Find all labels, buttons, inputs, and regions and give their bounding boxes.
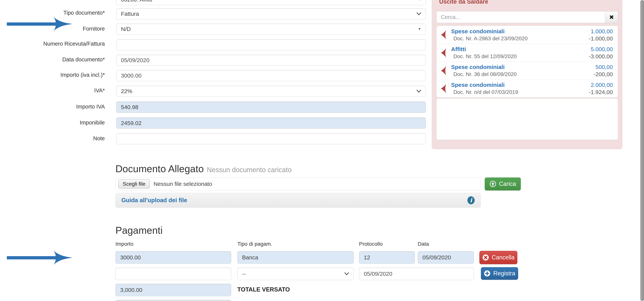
col-tipo-label: Tipo di pagam. <box>237 241 272 247</box>
info-icon[interactable]: i <box>467 196 475 204</box>
add-icon <box>484 270 490 277</box>
fornitore-value: N/D <box>121 26 131 32</box>
clear-search-icon: ✖ <box>609 14 614 21</box>
payments-header: Pagamenti <box>116 225 163 236</box>
pending-item-balance: -1.924,00 <box>589 89 613 95</box>
choose-file-button[interactable]: Scegli file <box>118 179 150 188</box>
data-documento-label: Data documento* <box>0 56 105 63</box>
importo-input[interactable] <box>116 70 426 81</box>
pending-item-link[interactable]: Spese condominiali <box>451 64 594 70</box>
note-label: Note <box>0 135 105 142</box>
pending-item-doc: Doc. Nr. 36 del 08/09/2020 <box>454 71 594 77</box>
pending-item-amount: 2.000,00 <box>589 82 613 88</box>
pending-item-balance: -200,00 <box>594 71 613 77</box>
importo-iva-value: 540.98 <box>121 104 138 110</box>
pending-item-link[interactable]: Affitti <box>451 46 589 53</box>
pending-item-arrow-icon <box>440 30 447 40</box>
tipo-documento-value: Fattura <box>121 11 139 17</box>
col-protocollo-label: Protocollo <box>359 241 383 247</box>
chevron-down-icon <box>416 90 421 93</box>
iva-value: 22% <box>121 88 132 94</box>
chevron-down-icon <box>344 272 349 275</box>
payment-data-readonly: 05/09/2020 <box>418 251 474 264</box>
totale-versato-label: TOTALE VERSATO <box>237 286 290 293</box>
annotation-arrow <box>7 16 73 32</box>
pending-item-amount: 5.000,00 <box>589 46 613 53</box>
payment-tipo-readonly: Banca <box>237 251 354 264</box>
list-item[interactable]: Spese condominiali Doc. Nr. A-2863 del 2… <box>437 26 618 44</box>
pending-item-doc: Doc. Nr. 55 del 12/09/2020 <box>454 53 589 60</box>
importo-iva-readonly: 540.98 <box>116 102 426 113</box>
pending-item-arrow-icon <box>440 66 447 76</box>
imponibile-value: 2459.02 <box>121 120 142 126</box>
clear-search-button[interactable]: ✖ <box>605 12 618 23</box>
new-payment-importo-input[interactable] <box>116 267 231 280</box>
expense-edit-page: 00200: Affitti ▼ Tipo documento* Fattura… <box>0 0 644 301</box>
categoria-select-value: 00200: Affitti <box>121 0 152 3</box>
attachment-subtitle: Nessun documento caricato <box>207 166 292 174</box>
pending-item-link[interactable]: Spese condominiali <box>451 28 589 35</box>
new-payment-tipo-select[interactable]: -- <box>237 267 354 280</box>
upload-guide-bar: Guida all'upload dei file i <box>116 193 481 208</box>
pending-item-arrow-icon <box>440 48 447 58</box>
categoria-select[interactable]: 00200: Affitti ▼ <box>116 0 426 5</box>
data-documento-input[interactable] <box>116 55 426 66</box>
cancella-button[interactable]: Cancella <box>480 251 517 264</box>
pending-item-arrow-icon <box>440 83 447 94</box>
upload-guide-link[interactable]: Guida all'upload dei file <box>121 197 187 204</box>
numero-input[interactable] <box>116 39 426 50</box>
imponibile-readonly: 2459.02 <box>116 117 426 129</box>
pending-item-balance: -3.000,00 <box>589 53 613 60</box>
upload-icon <box>490 180 496 187</box>
uscite-da-saldare-panel: Uscite da Saldare ✖ Spese condominiali D… <box>432 0 622 149</box>
payments-title: Pagamenti <box>116 225 163 236</box>
col-data-label: Data <box>418 241 429 247</box>
chevron-down-icon <box>416 12 421 16</box>
col-importo-label: Importo <box>116 241 134 247</box>
pending-item-link[interactable]: Spese condominiali <box>451 82 589 88</box>
pending-item-amount: 1.000,00 <box>589 28 613 35</box>
pending-item-doc: Doc. Nr. n/d del 07/03/2019 <box>454 89 589 95</box>
delete-icon <box>482 254 489 261</box>
pending-item-amount: 500,00 <box>594 64 613 70</box>
pending-item-balance: -1.000,00 <box>589 36 613 42</box>
list-item[interactable]: Spese condominiali Doc. Nr. 36 del 08/09… <box>437 62 618 79</box>
iva-select[interactable]: 22% <box>116 86 426 97</box>
totale-versato-readonly: 3,000.00 <box>116 284 231 296</box>
dropdown-caret-icon: ▼ <box>418 27 421 31</box>
list-item[interactable]: Affitti Doc. Nr. 55 del 12/09/2020 5.000… <box>437 44 618 62</box>
tipo-documento-label: Tipo documento* <box>0 10 105 16</box>
tipo-documento-select[interactable]: Fattura <box>116 8 426 19</box>
registra-button[interactable]: Registra <box>481 267 518 280</box>
annotation-arrow <box>7 250 73 265</box>
payment-importo-readonly: 3000.00 <box>116 251 231 264</box>
payment-protocollo-readonly: 12 <box>359 251 415 264</box>
importo-iva-label: Importo IVA <box>0 103 105 110</box>
file-upload-box: Scegli file Nessun file selezionato <box>116 177 481 190</box>
note-input[interactable] <box>116 133 426 144</box>
pending-list: Spese condominiali Doc. Nr. A-2863 del 2… <box>436 26 618 98</box>
imponibile-label: Imponibile <box>0 119 105 126</box>
pending-empty-card <box>436 98 618 140</box>
iva-label: IVA* <box>0 87 105 94</box>
totale-extra-readonly <box>116 300 231 301</box>
dropdown-caret-icon: ▼ <box>418 0 421 2</box>
attachment-header: Documento AllegatoNessun documento caric… <box>116 163 292 174</box>
carica-button[interactable]: Carica <box>485 177 521 190</box>
pending-search-input[interactable] <box>437 12 605 23</box>
pending-search-group: ✖ <box>436 11 618 23</box>
panel-title: Uscite da Saldare <box>439 0 488 5</box>
importo-label: Importo (iva incl.)* <box>0 72 105 78</box>
new-payment-data-input[interactable] <box>359 267 474 280</box>
list-item[interactable]: Spese condominiali Doc. Nr. n/d del 07/0… <box>437 79 618 97</box>
vertical-scrollbar[interactable] <box>640 0 644 301</box>
fornitore-select[interactable]: N/D ▼ <box>116 24 426 35</box>
pending-item-doc: Doc. Nr. A-2863 del 23/09/2020 <box>454 36 589 42</box>
no-file-text: Nessun file selezionato <box>154 181 212 187</box>
numero-label: Numero Ricevuta/Fattura <box>0 41 105 47</box>
attachment-title: Documento Allegato <box>116 163 204 174</box>
